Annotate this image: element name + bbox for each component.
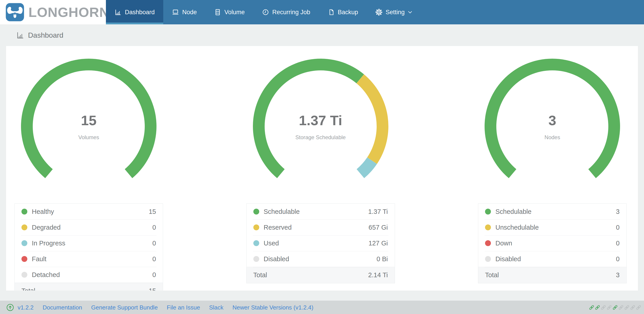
gauge-ring: [480, 54, 624, 199]
legend-label: Fault: [32, 255, 46, 263]
dashboard-panel: 15 Volumes Healthy 15 Degraded 0 In Prog…: [6, 46, 638, 291]
link-icon[interactable]: [630, 305, 636, 310]
legend-value: 0 Bi: [377, 255, 388, 263]
tab-node[interactable]: Node: [163, 0, 206, 24]
legend-value: 1.37 Ti: [368, 208, 388, 215]
gauge-ring: [16, 54, 161, 199]
tab-label: Recurring Job: [272, 9, 310, 16]
legend-value: 0: [616, 240, 620, 247]
link-icon[interactable]: [612, 305, 618, 310]
tab-dashboard[interactable]: Dashboard: [106, 0, 163, 24]
document-icon: [328, 8, 335, 16]
gauge-ring: [248, 54, 393, 199]
tab-label: Backup: [338, 9, 358, 16]
total-label: Total: [253, 271, 267, 279]
legend-row: Schedulable 3: [478, 204, 626, 220]
legend-value: 657 Gi: [368, 224, 388, 231]
legend-value: 0: [616, 224, 620, 231]
link-icon[interactable]: [636, 305, 641, 310]
top-navbar: LONGHORN Dashboard Node Volume Re: [0, 0, 644, 24]
bar-chart-icon: [16, 31, 24, 39]
total-label: Total: [22, 287, 35, 291]
legend-row: Schedulable 1.37 Ti: [246, 204, 395, 220]
laptop-icon: [172, 8, 179, 16]
fault-dot: [22, 256, 27, 262]
unschedulable-dot: [485, 225, 491, 230]
legend-value: 0: [152, 224, 156, 231]
slack-link[interactable]: Slack: [209, 304, 224, 311]
legend-label: Down: [496, 240, 512, 247]
legend-total-row: Total 2.14 Ti: [246, 267, 395, 283]
link-icon[interactable]: [624, 305, 630, 310]
total-value: 15: [149, 287, 156, 291]
link-icon[interactable]: [589, 305, 594, 310]
tab-recurring-job[interactable]: Recurring Job: [253, 0, 319, 24]
gauge-segment-schedulable: [484, 59, 620, 178]
tab-label: Volume: [224, 9, 245, 16]
legend-label: Degraded: [32, 224, 60, 231]
legend-value: 0: [616, 255, 620, 263]
legend-label: Unschedulable: [496, 224, 539, 231]
legend-row: Healthy 15: [15, 204, 163, 220]
legend-row: Reserved 657 Gi: [246, 220, 395, 235]
legend-row: In Progress 0: [15, 235, 163, 251]
gear-icon: [375, 8, 382, 16]
legend-value: 0: [152, 255, 156, 263]
down-dot: [485, 240, 491, 246]
legend-value: 127 Gi: [368, 240, 388, 247]
version-link[interactable]: v1.2.2: [18, 304, 34, 311]
tab-label: Node: [182, 9, 197, 16]
page-title: Dashboard: [28, 31, 64, 39]
tab-backup[interactable]: Backup: [319, 0, 367, 24]
legend-label: Schedulable: [264, 208, 300, 215]
tab-label: Setting: [386, 9, 405, 16]
nav-tabs: Dashboard Node Volume Recurring Job: [106, 0, 421, 24]
legend-label: Disabled: [264, 255, 289, 263]
legend-label: Healthy: [32, 208, 54, 215]
clock-icon: [262, 8, 269, 16]
storage-legend-table: Schedulable 1.37 Ti Reserved 657 Gi Used…: [246, 204, 395, 283]
legend-row: Fault 0: [15, 251, 163, 267]
page-title-bar: Dashboard: [0, 24, 644, 46]
support-bundle-link[interactable]: Generate Support Bundle: [91, 304, 158, 311]
link-icon[interactable]: [606, 305, 612, 310]
brand: LONGHORN: [0, 0, 106, 24]
nodes-gauge: 3 Nodes: [480, 54, 624, 199]
newer-versions-link[interactable]: Newer Stable Versions (v1.2.4): [232, 304, 314, 311]
legend-label: Detached: [32, 271, 60, 279]
tab-volume[interactable]: Volume: [206, 0, 253, 24]
legend-value: 3: [616, 208, 620, 215]
legend-label: Schedulable: [496, 208, 532, 215]
legend-value: 0: [152, 271, 156, 279]
legend-row: Down 0: [478, 235, 626, 251]
volumes-legend-table: Healthy 15 Degraded 0 In Progress 0 Faul…: [14, 204, 163, 291]
legend-row: Unschedulable 0: [478, 220, 626, 235]
total-value: 2.14 Ti: [368, 271, 388, 279]
legend-row: Disabled 0 Bi: [246, 251, 395, 267]
link-icon[interactable]: [601, 305, 606, 310]
gauge-segment-schedulable: [253, 59, 364, 178]
legend-total-row: Total 3: [478, 267, 626, 283]
documentation-link[interactable]: Documentation: [43, 304, 82, 311]
nodes-card: 3 Nodes Schedulable 3 Unschedulable 0 Do…: [478, 46, 626, 291]
link-icon[interactable]: [595, 305, 600, 310]
schedulable-dot: [253, 209, 259, 215]
degraded-dot: [22, 225, 27, 230]
total-label: Total: [485, 271, 499, 279]
link-icon[interactable]: [618, 305, 624, 310]
legend-label: In Progress: [32, 240, 65, 247]
brand-name: LONGHORN: [28, 4, 109, 20]
used-dot: [253, 240, 259, 246]
disabled-dot: [485, 256, 491, 262]
bar-chart-icon: [114, 8, 122, 16]
in-progress-dot: [22, 240, 27, 246]
storage-gauge: 1.37 Ti Storage Schedulable: [248, 54, 393, 199]
footer: v1.2.2 Documentation Generate Support Bu…: [0, 301, 644, 314]
storage-stack-icon: [214, 8, 221, 16]
legend-label: Reserved: [264, 224, 292, 231]
file-issue-link[interactable]: File an Issue: [167, 304, 200, 311]
legend-total-row: Total 15: [15, 283, 163, 291]
legend-row: Detached 0: [15, 267, 163, 283]
tab-setting[interactable]: Setting: [367, 0, 421, 24]
storage-card: 1.37 Ti Storage Schedulable Schedulable …: [246, 46, 395, 291]
